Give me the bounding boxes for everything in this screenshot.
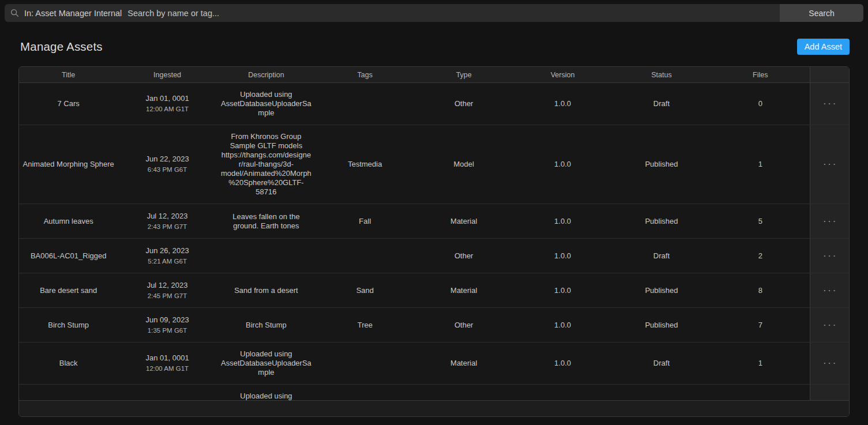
cell-type: Other <box>415 239 513 273</box>
cell-title: Birch Stump <box>19 308 118 342</box>
cell-tags <box>315 343 414 384</box>
cell-type: Material <box>415 343 513 384</box>
assets-table: TitleIngestedDescriptionTagsTypeVersionS… <box>18 66 850 417</box>
table-row: 7 Cars Jan 01, 0001 12:00 AM G1T Uploade… <box>19 83 849 125</box>
cell-ingested: Jun 22, 2023 6:43 PM G6T <box>118 125 216 204</box>
column-header-tags: Tags <box>315 67 414 82</box>
cell-type: Material <box>415 273 513 307</box>
table-row: Birch Stump Jun 09, 2023 1:35 PM G6T Bir… <box>19 308 849 343</box>
ingested-time: 6:43 PM G6T <box>148 165 187 174</box>
search-placeholder: Search by name or tag... <box>127 9 219 18</box>
column-header-ingested: Ingested <box>118 67 216 82</box>
cell-files: 2 <box>711 239 810 273</box>
cell-title: Animated Morphing Sphere <box>19 125 118 204</box>
cell-description: Leaves fallen on the ground. Earth tones <box>217 204 315 238</box>
cell-tags: Sand <box>315 273 414 307</box>
cell-ingested: Jul 12, 2023 2:43 PM G7T <box>118 204 216 238</box>
ingested-date: Jun 09, 2023 <box>145 315 189 325</box>
cell-description: Uploaded using AssetDatabaseUploaderSamp… <box>217 343 315 384</box>
cell-title <box>19 385 118 400</box>
cell-ingested: Jan 01, 0001 12:00 AM G1T <box>118 343 216 384</box>
cell-type: Model <box>415 125 513 204</box>
ingested-date: Jan 01, 0001 <box>145 94 189 103</box>
ingested-date: Jun 26, 2023 <box>145 246 189 255</box>
cell-tags: Fall <box>315 204 414 238</box>
table-row: Autumn leaves Jul 12, 2023 2:43 PM G7T L… <box>19 204 849 239</box>
ellipsis-icon: ··· <box>821 99 838 108</box>
table-row: Black Jan 01, 0001 12:00 AM G1T Uploaded… <box>19 343 849 385</box>
cell-type <box>415 385 513 400</box>
cell-tags: Testmedia <box>315 125 414 204</box>
cell-status: Draft <box>612 83 711 125</box>
row-actions-button[interactable]: ··· <box>810 125 849 204</box>
page-header: Manage Assets Add Asset <box>20 39 850 55</box>
global-search-bar: In: Asset Manager Internal Search by nam… <box>5 4 863 22</box>
ellipsis-icon: ··· <box>821 286 838 295</box>
column-header-description: Description <box>217 67 315 82</box>
column-header-actions <box>810 67 849 82</box>
cell-version: 1.0.0 <box>513 308 612 342</box>
ellipsis-icon: ··· <box>821 321 838 330</box>
cell-files: 5 <box>711 204 810 238</box>
cell-status: Draft <box>612 343 711 384</box>
cell-version: 1.0.0 <box>513 273 612 307</box>
cell-description <box>217 239 315 273</box>
row-actions-button[interactable]: ··· <box>810 83 849 125</box>
ellipsis-icon: ··· <box>821 359 838 368</box>
cell-status: Published <box>612 204 711 238</box>
ingested-date: Jul 12, 2023 <box>147 281 188 290</box>
cell-description: Birch Stump <box>217 308 315 342</box>
cell-description: From Khronos Group Sample GLTF models ht… <box>217 125 315 204</box>
add-asset-button[interactable]: Add Asset <box>797 39 850 55</box>
cell-ingested: Jun 26, 2023 5:21 AM G6T <box>118 239 216 273</box>
page-title: Manage Assets <box>20 40 103 54</box>
cell-ingested: Jun 09, 2023 1:35 PM G6T <box>118 308 216 342</box>
cell-files: 1 <box>711 343 810 384</box>
cell-ingested: Jul 12, 2023 2:45 PM G7T <box>118 273 216 307</box>
column-header-type: Type <box>415 67 513 82</box>
cell-status <box>612 385 711 400</box>
cell-tags: Tree <box>315 308 414 342</box>
table-row: Animated Morphing Sphere Jun 22, 2023 6:… <box>19 125 849 204</box>
cell-version: 1.0.0 <box>513 204 612 238</box>
row-actions-button[interactable]: ··· <box>810 343 849 384</box>
row-actions-button[interactable]: ··· <box>810 273 849 307</box>
cell-version: 1.0.0 <box>513 83 612 125</box>
cell-version <box>513 385 612 400</box>
cell-status: Published <box>612 125 711 204</box>
row-actions-button[interactable]: ··· <box>810 385 849 400</box>
cell-type: Other <box>415 308 513 342</box>
cell-status: Draft <box>612 239 711 273</box>
column-header-status: Status <box>612 67 711 82</box>
table-row: Uploaded using AssetDatabaseUploaderSamp… <box>19 385 849 400</box>
ingested-date: Jul 12, 2023 <box>147 212 188 221</box>
cell-title: Black <box>19 343 118 384</box>
cell-ingested: Jan 01, 0001 12:00 AM G1T <box>118 83 216 125</box>
ingested-date: Jun 22, 2023 <box>145 155 189 164</box>
ellipsis-icon: ··· <box>821 217 838 226</box>
search-button[interactable]: Search <box>780 4 863 22</box>
cell-ingested <box>118 385 216 400</box>
table-row: BA006L-AC01_Rigged Jun 26, 2023 5:21 AM … <box>19 239 849 273</box>
cell-title: Autumn leaves <box>19 204 118 238</box>
search-scope-label: In: Asset Manager Internal <box>24 9 122 18</box>
column-header-files: Files <box>711 67 810 82</box>
cell-files: 0 <box>711 83 810 125</box>
cell-status: Published <box>612 273 711 307</box>
cell-files: 7 <box>711 308 810 342</box>
table-header-row: TitleIngestedDescriptionTagsTypeVersionS… <box>19 67 849 83</box>
ingested-time: 2:45 PM G7T <box>148 291 187 300</box>
cell-description: Uploaded using AssetDatabaseUploaderSamp… <box>217 385 315 400</box>
row-actions-button[interactable]: ··· <box>810 308 849 342</box>
row-actions-button[interactable]: ··· <box>810 204 849 238</box>
search-icon <box>10 9 19 17</box>
ingested-date: Jan 01, 0001 <box>145 353 189 363</box>
search-input[interactable]: In: Asset Manager Internal Search by nam… <box>5 4 780 22</box>
cell-files: 1 <box>711 125 810 204</box>
row-actions-button[interactable]: ··· <box>810 239 849 273</box>
cell-description: Uploaded using AssetDatabaseUploaderSamp… <box>217 83 315 125</box>
cell-status: Published <box>612 308 711 342</box>
cell-tags <box>315 83 414 125</box>
ingested-time: 12:00 AM G1T <box>146 104 189 114</box>
cell-title: BA006L-AC01_Rigged <box>19 239 118 273</box>
